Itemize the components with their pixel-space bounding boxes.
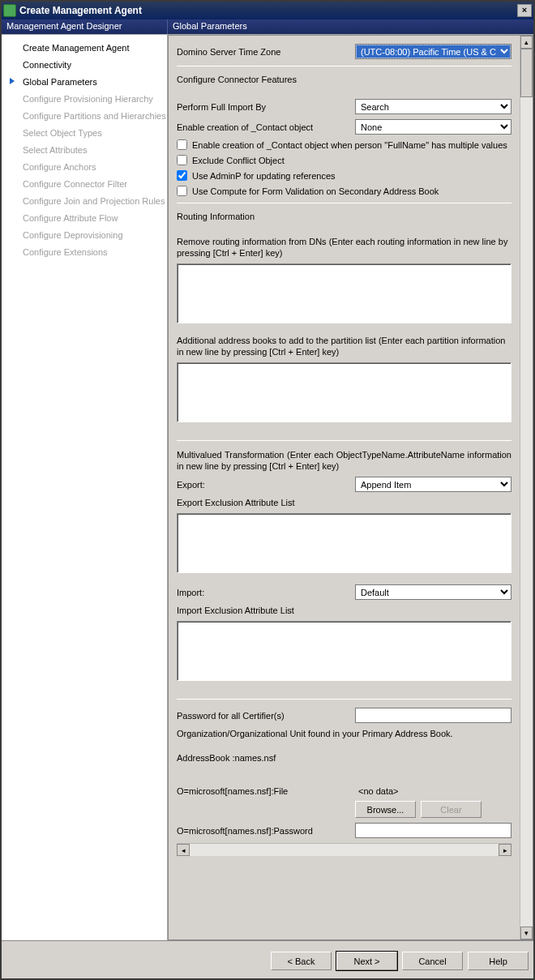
export-label: Export:	[177, 480, 355, 490]
window: Create Management Agent × Management Age…	[0, 0, 535, 980]
routing-header: Routing Information	[177, 212, 511, 221]
body: Create Management Agent Connectivity Glo…	[2, 34, 533, 940]
import-combo[interactable]: Default	[355, 584, 511, 600]
timezone-combo[interactable]: (UTC-08:00) Pacific Time (US & Can	[355, 44, 511, 59]
export-combo[interactable]: Append Item	[355, 477, 511, 492]
enable-creation-label: Enable creation of _Contact object	[177, 122, 355, 132]
scroll-down-icon[interactable]: ▾	[520, 927, 533, 939]
titlebar: Create Management Agent ×	[2, 2, 533, 19]
designer-label: Management Agent Designer	[2, 19, 168, 34]
browse-button[interactable]: Browse...	[355, 801, 416, 818]
page-title: Global Parameters	[168, 19, 252, 34]
routing-remove-input[interactable]	[177, 263, 511, 323]
pass-row-label: O=microsoft[names.nsf]:Password	[177, 826, 355, 836]
chk-fullname-label: Enable creation of _Contact object when …	[192, 140, 507, 150]
scroll-left-icon[interactable]: ◂	[177, 844, 190, 856]
help-button[interactable]: Help	[468, 952, 529, 970]
back-button[interactable]: < Back	[271, 952, 332, 970]
sidebar-item-deprovisioning: Configure Deprovisioning	[5, 227, 164, 244]
transform-header: Multivalued Transformation (Enter each O…	[177, 449, 511, 472]
content-panel: Domino Server Time Zone (UTC-08:00) Paci…	[168, 35, 533, 940]
sidebar-item-anchors: Configure Anchors	[5, 159, 164, 176]
clear-button[interactable]: Clear	[421, 801, 481, 818]
timezone-label: Domino Server Time Zone	[177, 47, 355, 57]
scroll-right-icon[interactable]: ▸	[499, 844, 511, 856]
chk-compute[interactable]	[177, 186, 187, 196]
footer: < Back Next > Cancel Help	[2, 945, 533, 978]
sidebar-item-create-ma[interactable]: Create Management Agent	[5, 40, 164, 57]
chk-exclude-label: Exclude Conflict Object	[192, 156, 285, 165]
chk-exclude-row: Exclude Conflict Object	[177, 155, 511, 165]
certifier-password-label: Password for all Certifier(s)	[177, 711, 355, 721]
chk-compute-label: Use Compute for Form Validation on Secon…	[192, 186, 439, 196]
sidebar-item-connector-filter: Configure Connector Filter	[5, 176, 164, 193]
enable-creation-combo[interactable]: None	[355, 119, 511, 135]
sidebar-item-partitions-hierarchies: Configure Partitions and Hierarchies	[5, 108, 164, 125]
divider	[177, 66, 511, 66]
file-row-value: <no data>	[355, 786, 399, 796]
chk-exclude-conflict[interactable]	[177, 155, 187, 165]
cancel-button[interactable]: Cancel	[402, 952, 463, 970]
import-list-input[interactable]	[177, 621, 511, 681]
window-title: Create Management Agent	[19, 5, 517, 16]
vertical-scrollbar[interactable]: ▴ ▾	[520, 36, 533, 939]
scroll-thumb[interactable]	[520, 49, 533, 97]
sidebar-item-connectivity[interactable]: Connectivity	[5, 57, 164, 74]
close-button[interactable]: ×	[517, 4, 532, 17]
divider	[177, 699, 511, 700]
export-list-input[interactable]	[177, 513, 511, 573]
pass-row-input[interactable]	[355, 823, 511, 838]
export-list-label: Export Exclusion Attribute List	[177, 497, 511, 508]
routing-additional-label: Additional address books to add to the p…	[177, 335, 511, 357]
divider	[177, 440, 511, 441]
chk-adminp[interactable]	[177, 170, 187, 181]
main-area: Domino Server Time Zone (UTC-08:00) Paci…	[168, 35, 533, 940]
routing-additional-input[interactable]	[177, 362, 511, 422]
chk-adminp-label: Use AdminP for updating references	[192, 171, 336, 181]
addressbook-label: AddressBook :names.nsf	[177, 752, 511, 764]
connector-features-header: Configure Connector Features	[177, 75, 511, 84]
sidebar: Create Management Agent Connectivity Glo…	[2, 35, 168, 940]
sidebar-item-join-projection: Configure Join and Projection Rules	[5, 193, 164, 210]
subheader: Management Agent Designer Global Paramet…	[2, 19, 533, 34]
divider	[177, 203, 511, 203]
chk-fullname-row: Enable creation of _Contact object when …	[177, 139, 511, 150]
import-label: Import:	[177, 588, 355, 597]
chk-adminp-row: Use AdminP for updating references	[177, 170, 511, 181]
sidebar-item-attributes: Select Attributes	[5, 142, 164, 159]
chk-compute-row: Use Compute for Form Validation on Secon…	[177, 186, 511, 196]
scroll-up-icon[interactable]: ▴	[520, 36, 533, 49]
full-import-label: Perform Full Import By	[177, 102, 355, 112]
content: Domino Server Time Zone (UTC-08:00) Paci…	[169, 36, 520, 939]
sidebar-item-global-parameters[interactable]: Global Parameters	[5, 74, 164, 91]
import-list-label: Import Exclusion Attribute List	[177, 605, 511, 616]
sidebar-item-object-types: Select Object Types	[5, 125, 164, 142]
next-button[interactable]: Next >	[336, 952, 397, 970]
full-import-combo[interactable]: Search	[355, 99, 511, 114]
sidebar-item-attribute-flow: Configure Attribute Flow	[5, 210, 164, 227]
horizontal-scrollbar[interactable]: ◂ ▸	[177, 843, 511, 856]
scroll-track[interactable]	[190, 844, 499, 856]
chk-fullname[interactable]	[177, 139, 187, 150]
certifier-org-text: Organization/Organizational Unit found i…	[177, 728, 511, 739]
certifier-password-input[interactable]	[355, 708, 511, 723]
app-icon	[3, 4, 16, 17]
file-row-label: O=microsoft[names.nsf]:File	[177, 786, 355, 796]
sidebar-item-provisioning-hierarchy: Configure Provisioning Hierarchy	[5, 91, 164, 108]
routing-remove-label: Remove routing information from DNs (Ent…	[177, 236, 511, 259]
sidebar-item-extensions: Configure Extensions	[5, 244, 164, 261]
